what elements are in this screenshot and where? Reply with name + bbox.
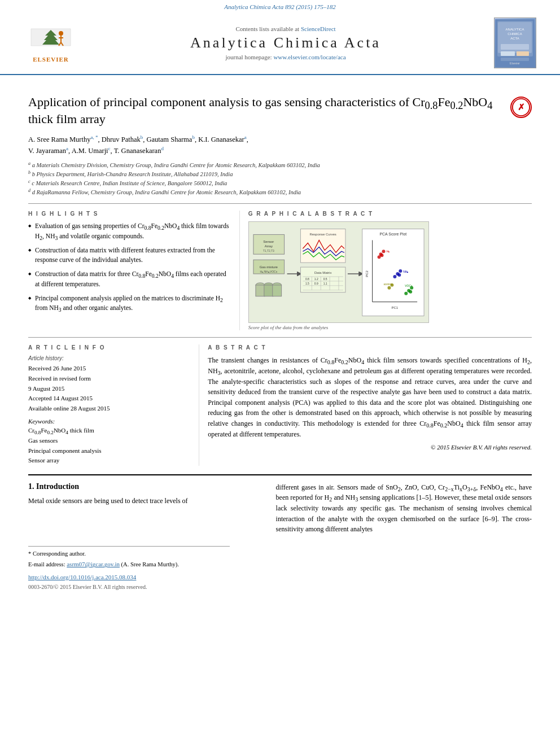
main-content: ✗ Application of principal component ana…: [0, 75, 560, 535]
affiliation-c: c c Materials Research Centre, Indian In…: [28, 179, 532, 188]
sciencedirect-link[interactable]: ScienceDirect: [301, 25, 336, 32]
footer-rule: [28, 546, 230, 547]
keyword-3: Principal component analysis: [28, 446, 190, 456]
affiliations: a a Materials Chemistry Division, Chemis…: [28, 161, 532, 196]
svg-rect-14: [517, 51, 529, 56]
author-6-sup: c: [108, 146, 111, 151]
keyword-2: Gas sensors: [28, 436, 190, 446]
svg-rect-29: [264, 285, 273, 296]
highlights-graphical-section: H I G H L I G H T S Evaluation of gas se…: [28, 211, 532, 330]
svg-text:0.8: 0.8: [305, 278, 309, 281]
author-2: Dhruv Pathak: [102, 136, 141, 143]
svg-text:CHIMICA: CHIMICA: [508, 32, 522, 36]
svg-point-2: [59, 31, 63, 36]
received-date: Received 26 June 2015: [28, 364, 190, 374]
affiliation-d: d d RajaRamanna Fellow, Chemistry Group,…: [28, 188, 532, 197]
highlight-1: Evaluation of gas sensing properties of …: [28, 221, 231, 241]
svg-text:1.5: 1.5: [305, 282, 309, 285]
divider-2: [28, 337, 532, 338]
highlight-2: Construction of data matrix with differe…: [28, 246, 231, 265]
affiliation-b: b b Physics Department, Harish-Chandra R…: [28, 170, 532, 179]
body-columns: 1. Introduction Metal oxide sensors are …: [28, 475, 532, 535]
abstract-heading: A B S T R A C T: [208, 344, 532, 351]
svg-point-70: [404, 292, 408, 295]
svg-text:0.9: 0.9: [314, 282, 318, 285]
elsevier-label: ELSEVIER: [33, 56, 69, 63]
highlights-column: H I G H L I G H T S Evaluation of gas se…: [28, 211, 240, 330]
article-info-heading: A R T I C L E I N F O: [28, 344, 190, 351]
author-5: V. Jayaraman: [28, 147, 66, 155]
journal-cover: ANALYTICA CHIMICA ACTA Elsevier: [487, 18, 543, 68]
svg-text:acetone: acetone: [383, 283, 392, 286]
svg-point-73: [387, 286, 391, 290]
svg-text:1.1: 1.1: [323, 282, 327, 285]
svg-text:Elsevier: Elsevier: [510, 62, 520, 65]
available-date: Available online 28 August 2015: [28, 404, 190, 414]
abstract-column: A B S T R A C T The transient changes in…: [199, 344, 532, 465]
author-3-sup: b: [192, 134, 195, 140]
affiliation-a: a a Materials Chemistry Division, Chemis…: [28, 161, 532, 170]
introduction-text: Metal oxide sensors are being used to de…: [28, 496, 265, 506]
svg-text:VOCs: VOCs: [405, 285, 413, 287]
svg-rect-8: [498, 22, 532, 53]
svg-text:H₂: H₂: [386, 250, 390, 253]
graphical-abstract-heading: G R A P H I C A L A B S T R A C T: [248, 211, 532, 217]
svg-text:Array: Array: [264, 244, 272, 248]
svg-text:H₂,NH₃,VOCs: H₂,NH₃,VOCs: [260, 270, 277, 273]
graphical-abstract-caption: Score plot of the data from the analytes: [248, 325, 532, 330]
author-4-sup: a: [244, 134, 247, 140]
elsevier-logo-area: ELSEVIER: [17, 23, 85, 63]
svg-rect-13: [501, 51, 515, 56]
svg-point-60: [377, 255, 380, 259]
journal-url[interactable]: www.elsevier.com/locate/aca: [273, 54, 345, 60]
journal-homepage: journal homepage: www.elsevier.com/locat…: [85, 54, 487, 60]
email-note: E-mail address: asrm07@igcar.gov.in (A. …: [28, 560, 532, 569]
highlight-4: Principal component analysis applied on …: [28, 294, 231, 313]
author-1-sup: a, *: [90, 134, 98, 140]
keywords-list: Cr0.8Fe0.2NbO4 thick film Gas sensors Pr…: [28, 426, 190, 465]
article-info-column: A R T I C L E I N F O Article history: R…: [28, 344, 199, 465]
article-title: Application of principal component analy…: [28, 94, 532, 127]
author-3: Gautam Sharma: [147, 136, 193, 143]
revised-label: Received in revised form: [28, 374, 190, 384]
svg-text:Sensor: Sensor: [263, 240, 274, 243]
svg-text:ACTA: ACTA: [510, 37, 519, 40]
journal-top-ref: Analytica Chimica Acta 892 (2015) 175–18…: [0, 0, 560, 12]
svg-point-71: [409, 290, 412, 294]
copyright-line: © 2015 Elsevier B.V. All rights reserved…: [208, 444, 532, 451]
svg-text:Gas mixture: Gas mixture: [259, 265, 278, 269]
divider-1: [28, 203, 532, 204]
email-link[interactable]: asrm07@igcar.gov.in: [67, 561, 120, 567]
graphical-abstract-image: Sensor Array T1,T2,T3 Gas mixture H₂,NH₃…: [248, 221, 429, 323]
author-4: K.I. Gnanasekar: [198, 136, 244, 143]
author-1: A. Sree Rama Murthy: [28, 136, 90, 143]
svg-text:0.5: 0.5: [323, 278, 327, 281]
svg-rect-12: [501, 44, 529, 50]
svg-text:Data Matrix: Data Matrix: [314, 271, 331, 274]
svg-point-61: [380, 254, 383, 257]
contents-available-text: Contents lists available at ScienceDirec…: [85, 25, 487, 32]
authors: A. Sree Rama Murthya, *, Dhruv Pathakb, …: [28, 134, 532, 156]
svg-text:PC1: PC1: [391, 305, 398, 309]
svg-rect-27: [256, 285, 265, 296]
highlights-list: Evaluation of gas sensing properties of …: [28, 221, 231, 313]
corresponding-note: * Corresponding author.: [28, 549, 532, 558]
author-7: T. Gnanasekaran: [114, 147, 161, 155]
svg-point-65: [393, 275, 396, 278]
svg-rect-15: [501, 58, 529, 61]
svg-text:NH₃: NH₃: [403, 270, 408, 273]
journal-cover-image: ANALYTICA CHIMICA ACTA Elsevier: [494, 18, 536, 68]
author-6: A.M. Umarji: [72, 147, 108, 155]
elsevier-logo-icon: [28, 23, 73, 54]
footer-copyright: 0003-2670/© 2015 Elsevier B.V. All right…: [28, 584, 532, 590]
svg-text:PC2: PC2: [365, 270, 368, 277]
svg-point-64: [399, 269, 402, 273]
svg-point-59: [382, 250, 385, 253]
highlight-3: Construction of data matrix for three Cr…: [28, 269, 231, 289]
graphical-abstract-column: G R A P H I C A L A B S T R A C T Sensor…: [240, 211, 532, 330]
crossmark-badge[interactable]: ✗: [510, 97, 532, 118]
footer: * Corresponding author. E-mail address: …: [0, 546, 560, 596]
doi-link[interactable]: http://dx.doi.org/10.1016/j.aca.2015.08.…: [28, 574, 136, 580]
author-5-sup: a: [66, 146, 68, 151]
accepted-date: Accepted 14 August 2015: [28, 394, 190, 404]
